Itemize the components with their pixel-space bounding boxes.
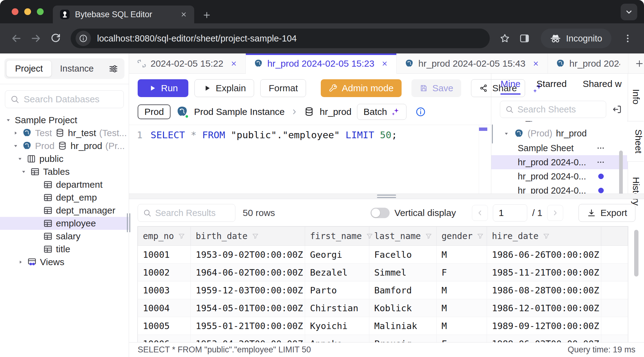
- close-icon[interactable]: [532, 60, 540, 67]
- site-info-icon[interactable]: [76, 31, 91, 46]
- close-icon[interactable]: [230, 60, 238, 67]
- sort-icon[interactable]: [251, 232, 259, 240]
- bookmark-icon[interactable]: [497, 30, 513, 47]
- column-header-hire_date[interactable]: hire_date: [487, 227, 601, 246]
- tab-search-button[interactable]: [621, 4, 637, 20]
- table-cell[interactable]: F: [437, 335, 487, 343]
- table-cell[interactable]: M: [437, 299, 487, 317]
- table-scrollbar[interactable]: [634, 230, 638, 277]
- filter-settings-icon[interactable]: [104, 64, 122, 74]
- table-cell[interactable]: Simmel: [369, 264, 437, 281]
- tree-item-dept-emp[interactable]: dept_emp: [0, 191, 129, 204]
- sort-icon[interactable]: [178, 232, 186, 240]
- prev-page-button[interactable]: [472, 205, 488, 221]
- table-cell[interactable]: Koblick: [369, 299, 437, 317]
- next-page-button[interactable]: [547, 205, 563, 221]
- sheet-item-4[interactable]: hr_prod 2024-0...: [491, 183, 628, 194]
- table-cell[interactable]: M: [437, 281, 487, 299]
- tree-item-test[interactable]: Testhr_test(Test...: [0, 127, 129, 139]
- sheet-tab-4[interactable]: hr_prod 2024-0: [548, 53, 628, 74]
- editor-scrollbar[interactable]: [479, 125, 487, 194]
- caret-down-icon[interactable]: [17, 155, 23, 162]
- tree-item-public[interactable]: public: [0, 152, 129, 165]
- more-icon[interactable]: [596, 158, 605, 167]
- maximize-window-button[interactable]: [37, 8, 44, 15]
- address-bar[interactable]: localhost:8080/sql-editor/sheet/project-…: [71, 29, 490, 48]
- table-cell[interactable]: 1953-04-20T00:00:00Z: [191, 335, 305, 343]
- sort-icon[interactable]: [542, 232, 550, 240]
- close-icon[interactable]: [381, 60, 388, 67]
- strip-tab-sheet[interactable]: Sheet: [627, 121, 644, 162]
- caret-right-icon[interactable]: [12, 130, 19, 136]
- search-databases-input[interactable]: Search Databases: [5, 90, 124, 108]
- sort-icon[interactable]: [425, 232, 433, 240]
- table-cell[interactable]: 1959-12-03T00:00:00Z: [191, 281, 305, 299]
- table-cell[interactable]: Chirstian: [305, 299, 369, 317]
- table-cell[interactable]: 1986-12-01T00:00:00Z: [487, 299, 601, 317]
- table-cell[interactable]: 1955-01-21T00:00:00Z: [191, 317, 305, 335]
- tree-item-views[interactable]: Views: [0, 256, 129, 269]
- browser-menu-icon[interactable]: [619, 30, 636, 47]
- more-icon[interactable]: [596, 144, 605, 152]
- table-cell[interactable]: 1989-09-12T00:00:00Z: [487, 317, 601, 335]
- explain-button[interactable]: Explain: [194, 79, 254, 97]
- table-cell[interactable]: Maliniak: [369, 317, 437, 335]
- table-cell[interactable]: 1954-05-01T00:00:00Z: [191, 299, 305, 317]
- sheet-item-3[interactable]: hr_prod 2024-0...: [491, 169, 628, 183]
- table-cell[interactable]: Kyoichi: [305, 317, 369, 335]
- minimize-window-button[interactable]: [24, 8, 31, 15]
- table-cell[interactable]: 10006: [138, 335, 191, 343]
- batch-button[interactable]: Batch: [357, 104, 406, 120]
- database-name[interactable]: hr_prod: [320, 107, 351, 117]
- table-cell[interactable]: 1964-06-02T00:00:00Z: [191, 264, 305, 281]
- table-cell[interactable]: M: [437, 246, 487, 264]
- column-header-birth_date[interactable]: birth_date: [191, 227, 305, 246]
- tree-item-tables[interactable]: Tables: [0, 165, 129, 178]
- run-button[interactable]: Run: [138, 79, 188, 97]
- tab-starred[interactable]: Starred: [536, 79, 567, 95]
- tree-item-salary[interactable]: salary: [0, 230, 129, 243]
- sheet-tab-3[interactable]: hr_prod 2024-02-05 15:43: [397, 53, 548, 74]
- browser-tab[interactable]: Bytebase SQL Editor: [53, 6, 194, 23]
- new-tab-button[interactable]: [202, 10, 211, 20]
- sort-icon[interactable]: [476, 232, 484, 240]
- info-icon[interactable]: [415, 106, 426, 117]
- table-cell[interactable]: Bamford: [369, 281, 437, 299]
- sheet-item-2[interactable]: hr_prod 2024-0...: [491, 155, 628, 169]
- column-header-emp_no[interactable]: emp_no: [138, 227, 191, 246]
- close-tab-icon[interactable]: [180, 11, 187, 18]
- tab-project[interactable]: Project: [6, 61, 51, 77]
- table-cell[interactable]: Parto: [305, 281, 369, 299]
- tree-item-prod[interactable]: Prodhr_prod(Pr...: [0, 139, 129, 152]
- tree-item-sample-project[interactable]: Sample Project: [0, 114, 129, 127]
- save-button[interactable]: Save: [411, 79, 461, 97]
- page-input[interactable]: [493, 204, 527, 222]
- sheet-tab-2[interactable]: hr_prod 2024-02-05 15:23: [246, 53, 397, 74]
- column-header-first_name[interactable]: first_name: [305, 227, 369, 246]
- sheet-item-1[interactable]: Sample Sheet: [491, 141, 628, 155]
- search-sheets-input[interactable]: Search Sheets: [500, 101, 606, 118]
- search-results-input[interactable]: Search Results: [138, 204, 235, 222]
- table-cell[interactable]: 10002: [138, 264, 191, 281]
- caret-right-icon[interactable]: [17, 259, 24, 265]
- tree-item-department[interactable]: department: [0, 178, 129, 191]
- caret-down-icon[interactable]: [20, 168, 27, 175]
- forward-button[interactable]: [28, 30, 44, 47]
- tree-item-dept-manager[interactable]: dept_manager: [0, 204, 129, 217]
- table-cell[interactable]: Facello: [369, 246, 437, 264]
- table-cell[interactable]: 10004: [138, 299, 191, 317]
- tree-item-title[interactable]: title: [0, 243, 129, 256]
- format-button[interactable]: Format: [260, 79, 306, 97]
- column-header-gender[interactable]: gender: [437, 227, 487, 246]
- table-cell[interactable]: Georgi: [305, 246, 369, 264]
- table-cell[interactable]: Preusig: [369, 335, 437, 343]
- table-cell[interactable]: Anneke: [305, 335, 369, 343]
- table-cell[interactable]: 1986-06-26T00:00:00Z: [487, 246, 601, 264]
- panel-resize-handle[interactable]: [491, 124, 493, 143]
- new-sheet-button[interactable]: [628, 53, 644, 74]
- side-panel-icon[interactable]: [516, 30, 533, 47]
- table-cell[interactable]: 1989-06-02T00:00:00Z: [487, 335, 601, 343]
- export-button[interactable]: Export: [579, 204, 635, 222]
- close-window-button[interactable]: [12, 8, 18, 15]
- tab-mine[interactable]: Mine: [501, 79, 520, 95]
